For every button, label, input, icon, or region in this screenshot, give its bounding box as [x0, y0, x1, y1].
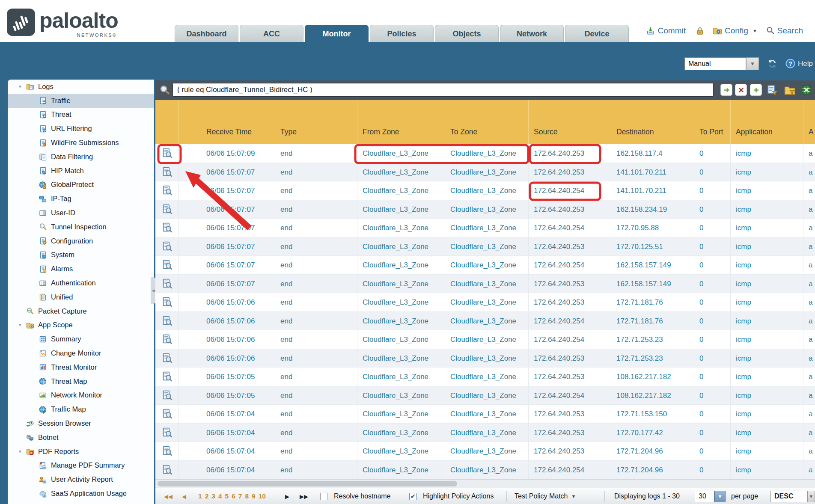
table-row[interactable]: 06/06 15:07:05 end Cloudflare_L3_Zone Cl… [155, 386, 815, 405]
load-filter-button[interactable] [783, 83, 796, 96]
add-filter-button[interactable] [750, 84, 762, 96]
sidebar-item-threat-map[interactable]: Threat Map [8, 374, 154, 388]
table-row[interactable]: 06/06 15:07:07 end Cloudflare_L3_Zone Cl… [155, 200, 815, 219]
log-detail-icon[interactable] [161, 427, 173, 438]
expand-triangle-icon[interactable]: ▼ [18, 323, 26, 327]
log-detail-icon[interactable] [161, 278, 173, 289]
horizontal-scrollbar-thumb[interactable] [158, 481, 457, 486]
table-row[interactable]: 06/06 15:07:07 end Cloudflare_L3_Zone Cl… [155, 237, 815, 256]
tab-acc[interactable]: ACC [240, 25, 303, 42]
clear-filter-button[interactable] [735, 84, 747, 96]
log-detail-icon[interactable] [161, 371, 173, 382]
table-row[interactable]: 06/06 15:07:06 end Cloudflare_L3_Zone Cl… [155, 312, 815, 331]
sidebar-item-globalprotect[interactable]: GlobalProtect [8, 178, 154, 192]
test-policy-match-button[interactable]: Test Policy Match ▼ [515, 488, 576, 504]
log-detail-icon[interactable] [161, 334, 173, 345]
config-menu-button[interactable]: Config ▼ [712, 26, 757, 36]
column-header-to-zone[interactable]: To Zone [445, 100, 529, 144]
page-number-10[interactable]: 10 [259, 492, 266, 500]
sidebar-item-saas-application-usage[interactable]: SaaS Application Usage [8, 486, 154, 501]
table-row[interactable]: 06/06 15:07:07 end Cloudflare_L3_Zone Cl… [155, 219, 815, 237]
page-number-3[interactable]: 3 [211, 492, 215, 500]
table-row[interactable]: 06/06 15:07:07 end Cloudflare_L3_Zone Cl… [155, 275, 815, 294]
sidebar-item-user-activity-report[interactable]: User Activity Report [8, 472, 154, 486]
page-number-7[interactable]: 7 [238, 492, 242, 500]
log-detail-icon[interactable] [161, 148, 173, 159]
tab-network[interactable]: Network [500, 25, 564, 42]
page-number-8[interactable]: 8 [245, 492, 249, 500]
sidebar-item-manage-pdf-summary[interactable]: Manage PDF Summary [8, 459, 154, 473]
table-row[interactable]: 06/06 15:07:06 end Cloudflare_L3_Zone Cl… [155, 293, 815, 312]
log-detail-icon[interactable] [161, 204, 173, 215]
horizontal-scrollbar[interactable] [155, 479, 815, 488]
table-row[interactable]: 06/06 15:07:04 end Cloudflare_L3_Zone Cl… [155, 442, 815, 461]
sidebar-item-url-filtering[interactable]: URL Filtering [8, 122, 154, 136]
page-number-4[interactable]: 4 [218, 492, 222, 500]
filter-builder-button[interactable] [766, 83, 779, 96]
refresh-button[interactable] [767, 59, 777, 71]
sidebar-item-app-scope[interactable]: ▼App Scope [8, 318, 154, 332]
table-row[interactable]: 06/06 15:07:04 end Cloudflare_L3_Zone Cl… [155, 424, 815, 442]
table-row[interactable]: 06/06 15:07:07 end Cloudflare_L3_Zone Cl… [155, 181, 815, 200]
log-detail-icon[interactable] [161, 408, 173, 419]
export-csv-button[interactable] [800, 83, 813, 96]
column-header-action[interactable]: A [803, 100, 815, 144]
table-row[interactable]: 06/06 15:07:04 end Cloudflare_L3_Zone Cl… [155, 405, 815, 424]
first-page-button[interactable]: ◀◀ [164, 488, 173, 504]
table-row[interactable]: 06/06 15:07:05 end Cloudflare_L3_Zone Cl… [155, 368, 815, 386]
sidebar-item-logs[interactable]: ▼Logs [8, 80, 154, 94]
lock-button[interactable] [695, 26, 705, 36]
prev-page-button[interactable]: ◀ [182, 488, 186, 504]
next-page-button[interactable]: ▶ [285, 488, 289, 504]
sidebar-item-configuration[interactable]: Configuration [8, 234, 154, 248]
apply-filter-button[interactable] [720, 84, 732, 96]
sidebar-item-botnet[interactable]: Botnet [8, 430, 154, 445]
tab-objects[interactable]: Objects [435, 25, 499, 42]
sidebar-item-traffic-map[interactable]: Traffic Map [8, 402, 154, 416]
log-detail-icon[interactable] [161, 259, 173, 270]
sidebar-item-user-id[interactable]: User-ID [8, 206, 154, 220]
search-button[interactable]: Search [766, 26, 803, 36]
table-row[interactable]: 06/06 15:07:04 end Cloudflare_L3_Zone Cl… [155, 461, 815, 480]
page-number-5[interactable]: 5 [225, 492, 229, 500]
sort-order-caret-icon[interactable]: ▼ [807, 491, 815, 502]
sidebar-item-threat[interactable]: Threat [8, 108, 154, 122]
log-detail-icon[interactable] [161, 222, 173, 233]
sidebar-item-threat-monitor[interactable]: Threat Monitor [8, 360, 154, 374]
help-button[interactable]: ? Help [785, 58, 813, 69]
tab-policies[interactable]: Policies [370, 25, 434, 42]
sidebar-item-traffic[interactable]: Traffic [8, 94, 154, 108]
table-row[interactable]: 06/06 15:07:06 end Cloudflare_L3_Zone Cl… [155, 330, 815, 349]
sidebar-item-wildfire-submissions[interactable]: WildFire Submissions [8, 136, 154, 150]
per-page-caret-icon[interactable]: ▼ [714, 491, 726, 502]
column-header-from-zone[interactable]: From Zone [357, 100, 445, 144]
sidebar-item-unified[interactable]: Unified [8, 290, 154, 304]
table-row[interactable]: 06/06 15:07:07 end Cloudflare_L3_Zone Cl… [155, 163, 815, 182]
log-filter-input[interactable] [173, 83, 714, 97]
sidebar-item-pdf-reports[interactable]: ▼PDF Reports [8, 445, 154, 459]
sidebar-item-session-browser[interactable]: Session Browser [8, 416, 154, 430]
column-header-type[interactable]: Type [275, 100, 357, 144]
sidebar-item-system[interactable]: System [8, 248, 154, 262]
sidebar-item-network-monitor[interactable]: Network Monitor [8, 388, 154, 403]
column-header-spacer[interactable] [179, 100, 201, 144]
sidebar-item-data-filtering[interactable]: Data Filtering [8, 150, 154, 164]
sidebar-item-authentication[interactable]: Authentication [8, 276, 154, 290]
log-detail-icon[interactable] [161, 390, 173, 401]
highlight-policy-actions-checkbox[interactable]: ✔ [409, 493, 416, 500]
column-header-to-port[interactable]: To Port [694, 100, 731, 144]
sidebar-item-change-monitor[interactable]: Change Monitor [8, 346, 154, 360]
sidebar-item-summary[interactable]: Summary [8, 332, 154, 346]
column-header-destination[interactable]: Destination [611, 100, 694, 144]
resolve-hostname-checkbox[interactable] [320, 493, 327, 500]
page-number-2[interactable]: 2 [205, 492, 209, 500]
sidebar-item-alarms[interactable]: Alarms [8, 262, 154, 276]
log-detail-icon[interactable] [161, 185, 173, 196]
tab-dashboard[interactable]: Dashboard [175, 25, 238, 42]
tab-device[interactable]: Device [565, 25, 629, 42]
per-page-select[interactable]: 30 [695, 491, 714, 502]
log-detail-icon[interactable] [161, 241, 173, 252]
column-header-source[interactable]: Source [529, 100, 611, 144]
column-header-application[interactable]: Application [731, 100, 803, 144]
sidebar-item-ip-tag[interactable]: IP-Tag [8, 192, 154, 206]
